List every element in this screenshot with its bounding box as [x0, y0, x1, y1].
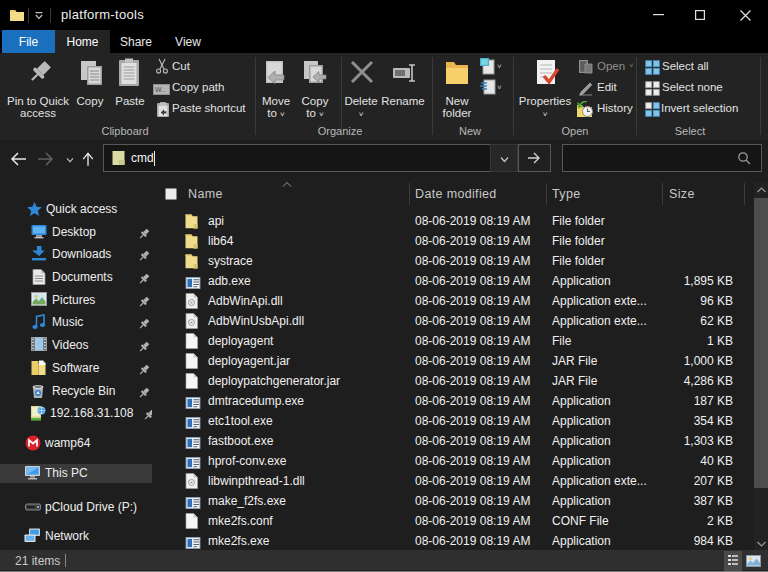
svg-text:W..: W..	[155, 86, 165, 93]
